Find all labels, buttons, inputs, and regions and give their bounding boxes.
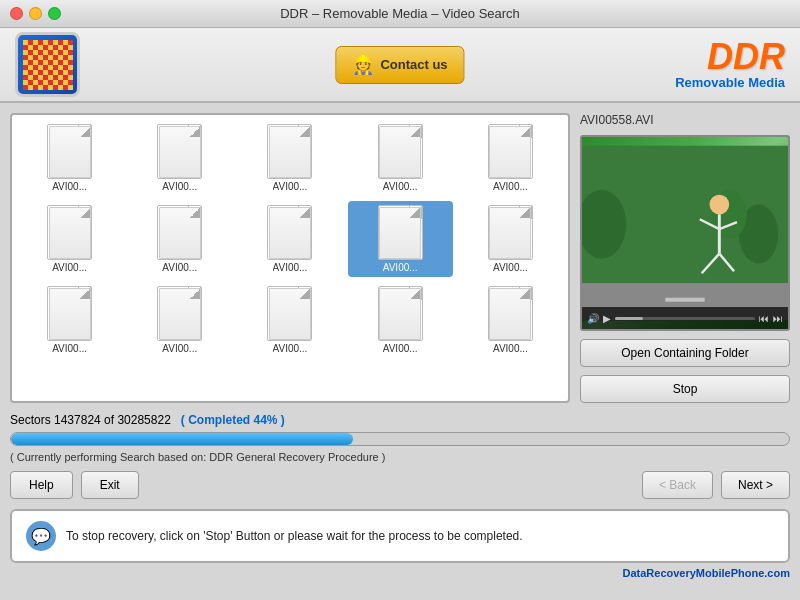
close-button[interactable] [10,7,23,20]
file-item[interactable]: AVI00... [348,120,453,196]
play-icon[interactable]: ▶ [603,313,611,324]
contact-us-button[interactable]: 👷 Contact us [335,46,464,84]
file-label: AVI00... [162,343,197,354]
file-item[interactable]: AVI00... [237,120,342,196]
file-item[interactable]: AVI00... [458,120,563,196]
completed-text: ( Completed 44% ) [181,413,285,427]
file-item[interactable]: AVI00... [127,282,232,358]
file-icon-inner [379,207,421,259]
file-icon-inner [269,126,311,178]
file-label: AVI00... [383,181,418,192]
minimize-button[interactable] [29,7,42,20]
preview-filename: AVI00558.AVI [580,113,790,127]
file-icon-inner [159,207,201,259]
file-icon [267,124,312,179]
brand-area: DDR Removable Media [675,39,785,90]
file-label: AVI00... [52,262,87,273]
file-item[interactable]: AVI00... [17,282,122,358]
file-label: AVI00... [383,262,418,273]
file-icon [47,124,92,179]
file-item[interactable]: AVI00... [17,201,122,277]
next-button[interactable]: Next > [721,471,790,499]
file-item[interactable]: AVI00... [348,282,453,358]
logo-checkerboard [23,40,73,90]
file-label: AVI00... [273,262,308,273]
search-info-text: ( Currently performing Search based on: … [10,451,385,463]
file-label: AVI00... [383,343,418,354]
file-icon [47,205,92,260]
open-folder-button[interactable]: Open Containing Folder [580,339,790,367]
bottom-section: Sectors 1437824 of 30285822 ( Completed … [0,413,800,499]
sectors-text: Sectors 1437824 of 30285822 [10,413,171,427]
file-label: AVI00... [273,343,308,354]
file-label: AVI00... [493,262,528,273]
brand-sub-text: Removable Media [675,75,785,90]
video-progress-fill [615,317,643,320]
file-icon-inner [49,126,91,178]
footer-brand-text: DataRecoveryMobilePhone.com [623,567,791,579]
volume-icon[interactable]: 🔊 [587,313,599,324]
file-icon-inner [49,288,91,340]
file-icon-inner [379,126,421,178]
info-bar: 💬 To stop recovery, click on 'Stop' Butt… [10,509,790,563]
app-header: 👷 Contact us DDR Removable Media [0,28,800,103]
file-label: AVI00... [52,343,87,354]
video-progress[interactable] [615,317,755,320]
file-label: AVI00... [52,181,87,192]
file-icon [267,286,312,341]
file-icon-inner [489,126,531,178]
progress-bar-fill [11,433,353,445]
video-controls[interactable]: 🔊 ▶ ⏮ ⏭ [582,307,788,329]
title-bar: DDR – Removable Media – Video Search [0,0,800,28]
file-icon-inner [379,288,421,340]
help-button[interactable]: Help [10,471,73,499]
file-item[interactable]: AVI00... [237,282,342,358]
file-label: AVI00... [162,181,197,192]
file-icon-inner [159,126,201,178]
file-label: AVI00... [273,181,308,192]
forward-icon[interactable]: ⏭ [773,313,783,324]
window-title: DDR – Removable Media – Video Search [280,6,520,21]
file-item[interactable]: AVI00... [237,201,342,277]
file-item[interactable]: AVI00... [17,120,122,196]
file-label: AVI00... [493,181,528,192]
file-icon [157,286,202,341]
search-info: ( Currently performing Search based on: … [10,451,790,463]
file-icon [378,124,423,179]
contact-icon: 👷 [352,54,374,76]
progress-info: Sectors 1437824 of 30285822 ( Completed … [10,413,790,427]
file-icon-inner [159,288,201,340]
rewind-icon[interactable]: ⏮ [759,313,769,324]
main-content: AVI00...AVI00...AVI00...AVI00...AVI00...… [0,103,800,413]
svg-point-6 [710,195,730,215]
file-item[interactable]: AVI00... [127,120,232,196]
file-grid: AVI00...AVI00...AVI00...AVI00...AVI00...… [17,120,563,358]
file-item[interactable]: AVI00... [127,201,232,277]
file-icon [157,205,202,260]
app-logo [15,32,80,97]
info-icon: 💬 [26,521,56,551]
file-item[interactable]: AVI00... [348,201,453,277]
file-icon-inner [489,288,531,340]
file-icon [157,124,202,179]
stop-button[interactable]: Stop [580,375,790,403]
file-icon [488,124,533,179]
file-label: AVI00... [493,343,528,354]
contact-btn-label: Contact us [380,57,447,72]
back-button[interactable]: < Back [642,471,713,499]
window-controls [10,7,61,20]
progress-bar-container [10,432,790,446]
action-row: Help Exit < Back Next > [10,471,790,499]
file-item[interactable]: AVI00... [458,282,563,358]
file-icon [488,286,533,341]
file-item[interactable]: AVI00... [458,201,563,277]
file-icon-inner [49,207,91,259]
file-icon [378,286,423,341]
file-grid-container[interactable]: AVI00...AVI00...AVI00...AVI00...AVI00...… [10,113,570,403]
exit-button[interactable]: Exit [81,471,139,499]
maximize-button[interactable] [48,7,61,20]
file-icon-inner [269,288,311,340]
file-label: AVI00... [162,262,197,273]
preview-video: 🔊 ▶ ⏮ ⏭ [580,135,790,331]
brand-ddr-text: DDR [675,39,785,75]
